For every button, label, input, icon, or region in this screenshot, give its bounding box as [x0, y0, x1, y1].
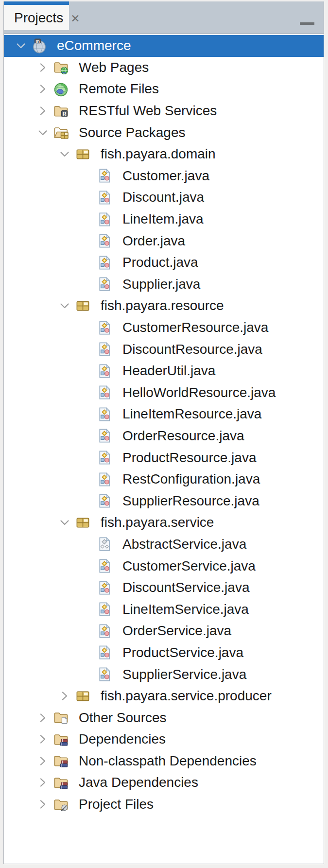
chevron-expanded-icon[interactable] [56, 147, 73, 161]
tree-row-order-java[interactable]: Order.java [4, 230, 324, 252]
tree-row-non-classpath-dependencies[interactable]: Non-classpath Dependencies [4, 750, 324, 772]
java-class-file-icon [97, 341, 113, 357]
tree-row-supplierservice-java[interactable]: SupplierService.java [4, 663, 324, 685]
chevron-collapsed-icon[interactable] [56, 689, 73, 703]
chevron-spacer [78, 255, 95, 270]
tree-row-orderresource-java[interactable]: OrderResource.java [4, 425, 324, 447]
tree-row-customer-java[interactable]: Customer.java [4, 165, 324, 187]
minimize-dash-icon[interactable] [300, 22, 314, 25]
folder-project-files-icon [53, 797, 69, 813]
java-class-file-icon [97, 363, 113, 379]
chevron-collapsed-icon[interactable] [35, 775, 51, 790]
tree-node-label: SupplierService.java [122, 667, 246, 682]
tree-row-dependencies[interactable]: Dependencies [4, 729, 324, 750]
chevron-spacer [78, 342, 95, 357]
svg-text:R: R [63, 110, 67, 116]
tree-row-lineitemservice-java[interactable]: LineItemService.java [4, 598, 324, 620]
tree-row-other-sources[interactable]: Other Sources [4, 707, 324, 729]
tree-row-product-java[interactable]: Product.java [4, 252, 324, 274]
folder-rest-services-icon: R [53, 103, 69, 119]
tree-row-supplier-java[interactable]: Supplier.java [4, 274, 324, 295]
tree-node-label: fish.payara.domain [101, 146, 216, 162]
chevron-spacer [78, 385, 95, 400]
tree-row-customerresource-java[interactable]: CustomerResource.java [4, 317, 324, 339]
tree-node-label: Source Packages [79, 125, 185, 140]
tree-row-discount-java[interactable]: Discount.java [4, 187, 324, 208]
chevron-collapsed-icon[interactable] [35, 754, 51, 768]
chevron-collapsed-icon[interactable] [35, 711, 51, 725]
tree-row-customerservice-java[interactable]: CustomerService.java [4, 555, 324, 577]
chevron-spacer [78, 429, 95, 443]
java-class-file-icon [97, 406, 113, 422]
tree-row-source-packages[interactable]: Source Packages [4, 122, 324, 143]
tree-row-fish-payara-service-producer[interactable]: fish.payara.service.producer [4, 685, 324, 707]
tree-row-supplierresource-java[interactable]: SupplierResource.java [4, 490, 324, 512]
tree-row-ecommerce[interactable]: meCommerce [4, 35, 324, 57]
chevron-spacer [78, 407, 95, 421]
java-class-file-icon [97, 168, 113, 184]
tree-node-label: OrderService.java [122, 623, 231, 639]
tree-row-headerutil-java[interactable]: HeaderUtil.java [4, 360, 324, 382]
chevron-collapsed-icon[interactable] [35, 104, 51, 118]
java-class-file-icon [97, 320, 113, 336]
tree-node-label: Customer.java [122, 168, 209, 184]
tree-node-label: RESTful Web Services [79, 103, 217, 119]
tab-projects[interactable]: Projects ✕ [4, 1, 69, 30]
tree-node-label: Other Sources [79, 710, 167, 726]
chevron-expanded-icon[interactable] [35, 125, 51, 140]
chevron-expanded-icon[interactable] [56, 515, 73, 530]
java-class-file-icon [97, 190, 113, 206]
chevron-spacer [78, 494, 95, 508]
java-class-file-icon [97, 644, 113, 660]
tree-row-lineitemresource-java[interactable]: LineItemResource.java [4, 403, 324, 425]
tree-row-web-pages[interactable]: Web Pages [4, 57, 324, 79]
tree-row-restconfiguration-java[interactable]: RestConfiguration.java [4, 469, 324, 490]
tree-node-label: Supplier.java [122, 277, 200, 292]
remote-files-globe-icon [53, 81, 69, 97]
tree-node-label: ProductService.java [122, 645, 243, 660]
java-class-file-icon [97, 558, 113, 574]
tree-row-restful-web-services[interactable]: RRESTful Web Services [4, 100, 324, 122]
tree-node-label: Non-classpath Dependencies [79, 753, 257, 769]
chevron-spacer [78, 537, 95, 552]
tree-row-discountresource-java[interactable]: DiscountResource.java [4, 338, 324, 360]
tree-row-java-dependencies[interactable]: Java Dependencies [4, 772, 324, 794]
tree-row-fish-payara-resource[interactable]: fish.payara.resource [4, 295, 324, 317]
active-tab-indicator [4, 1, 69, 5]
chevron-collapsed-icon[interactable] [35, 732, 51, 746]
tree-node-label: fish.payara.service [101, 515, 214, 530]
java-class-file-icon [97, 384, 113, 400]
tree-node-label: Web Pages [79, 60, 149, 75]
tab-bar: Projects ✕ [4, 1, 324, 34]
chevron-expanded-icon[interactable] [56, 298, 73, 313]
tree-node-label: HeaderUtil.java [122, 363, 215, 379]
tree-row-lineitem-java[interactable]: LineItem.java [4, 208, 324, 230]
tree-row-remote-files[interactable]: Remote Files [4, 78, 324, 100]
tab-label: Projects [14, 10, 63, 26]
chevron-spacer [78, 234, 95, 248]
tree-row-orderservice-java[interactable]: OrderService.java [4, 620, 324, 642]
chevron-spacer [78, 212, 95, 226]
java-class-file-icon [97, 211, 113, 227]
tree-row-fish-payara-service[interactable]: fish.payara.service [4, 512, 324, 534]
tree-row-project-files[interactable]: Project Files [4, 794, 324, 816]
tree-row-productresource-java[interactable]: ProductResource.java [4, 447, 324, 469]
tree-node-label: Order.java [122, 233, 185, 249]
tree-row-helloworldresource-java[interactable]: HelloWorldResource.java [4, 382, 324, 404]
tree-row-fish-payara-domain[interactable]: fish.payara.domain [4, 143, 324, 165]
chevron-expanded-icon[interactable] [13, 38, 29, 53]
tree-node-label: SupplierResource.java [122, 493, 259, 509]
close-icon[interactable]: ✕ [70, 12, 80, 24]
tree-row-abstractservice-java[interactable]: AbstractService.java [4, 534, 324, 556]
chevron-collapsed-icon[interactable] [35, 797, 51, 812]
chevron-spacer [78, 559, 95, 573]
chevron-collapsed-icon[interactable] [35, 60, 51, 75]
java-class-file-icon [97, 255, 113, 271]
chevron-spacer [78, 645, 95, 660]
chevron-collapsed-icon[interactable] [35, 82, 51, 96]
tree-node-label: RestConfiguration.java [122, 471, 260, 487]
java-class-file-icon [97, 580, 113, 596]
tree-row-discountservice-java[interactable]: DiscountService.java [4, 577, 324, 599]
tree-node-label: Remote Files [79, 81, 159, 97]
tree-row-productservice-java[interactable]: ProductService.java [4, 642, 324, 664]
